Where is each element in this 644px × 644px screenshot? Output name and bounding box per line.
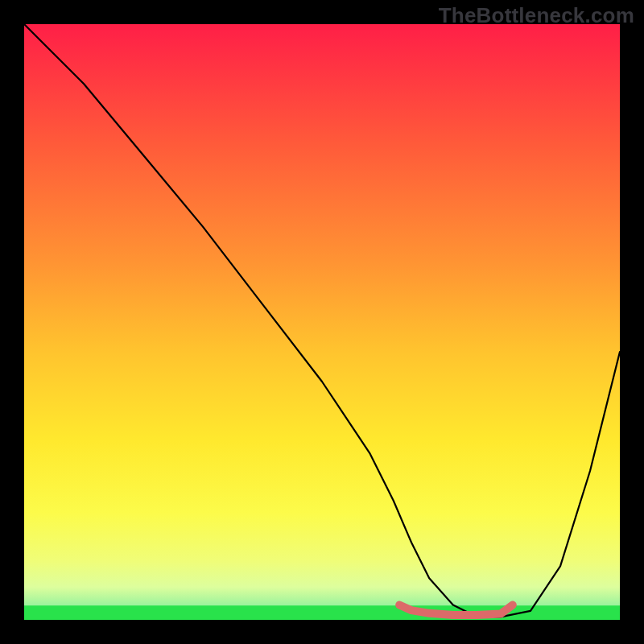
- plot-area: [24, 24, 620, 620]
- chart-container: TheBottleneck.com: [0, 0, 644, 644]
- chart-svg: [24, 24, 620, 620]
- watermark-text: TheBottleneck.com: [439, 3, 634, 28]
- svg-rect-0: [24, 24, 620, 620]
- svg-rect-1: [24, 605, 620, 620]
